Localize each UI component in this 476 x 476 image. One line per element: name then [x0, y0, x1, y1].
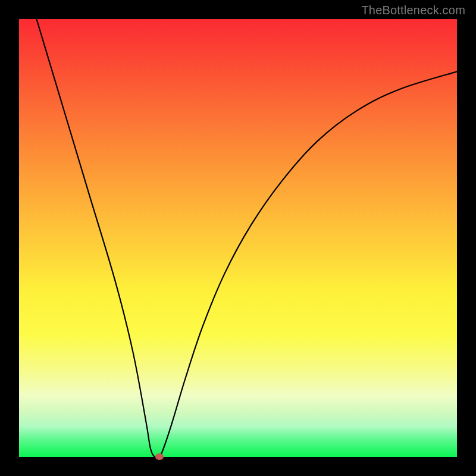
- chart-frame: TheBottleneck.com: [0, 0, 476, 476]
- bottleneck-curve: [19, 19, 457, 457]
- plot-area: [19, 19, 457, 457]
- watermark-text: TheBottleneck.com: [361, 4, 465, 17]
- minimum-marker: [155, 453, 164, 460]
